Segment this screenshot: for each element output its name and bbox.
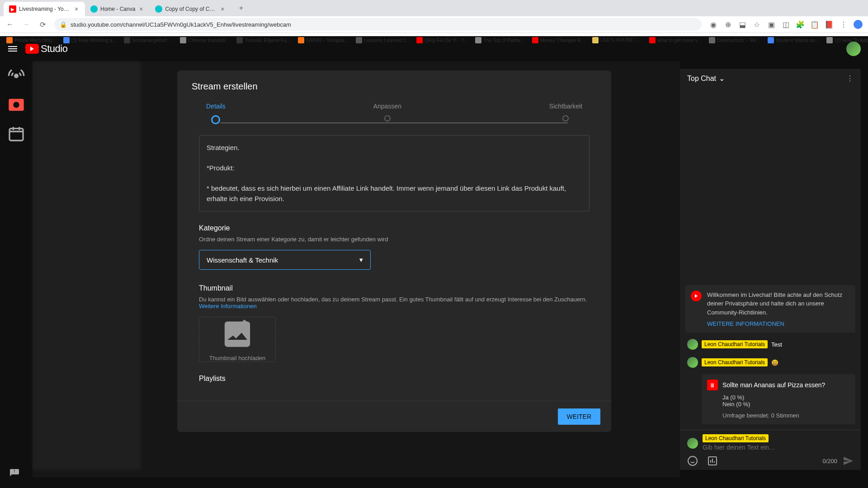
thumbnail-title: Thumbnail — [199, 284, 590, 292]
svg-point-4 — [688, 456, 697, 465]
address-bar: ← → ⟳ 🔒 studio.youtube.com/channel/UC1a5… — [0, 16, 868, 33]
svg-point-0 — [15, 75, 18, 78]
chat-mode-selector[interactable]: Top Chat ⌄ — [687, 74, 725, 83]
select-value: Wissenschaft & Technik — [207, 256, 278, 264]
chat-author[interactable]: Leon Chaudhari Tutorials — [702, 358, 768, 366]
url-input[interactable]: 🔒 studio.youtube.com/channel/UC1a5FWVn0g… — [54, 18, 702, 31]
close-icon[interactable]: × — [138, 6, 144, 12]
step-label: Anpassen — [373, 103, 401, 110]
create-stream-modal: Stream erstellen Details Anpassen — [177, 70, 611, 432]
char-count: 0/200 — [822, 458, 837, 465]
tab[interactable]: Copy of Copy of Copy of Cop × — [150, 2, 231, 16]
puzzle-icon[interactable]: 🧩 — [796, 20, 805, 29]
tab-bar: ▶ Livestreaming - YouTube S × Home - Can… — [0, 0, 868, 16]
self-avatar[interactable] — [687, 438, 698, 449]
welcome-text: Willkommen im Livechat! Bitte achte auf … — [707, 291, 850, 317]
next-button[interactable]: WEITER — [558, 408, 600, 425]
browser-chrome: ▶ Livestreaming - YouTube S × Home - Can… — [0, 0, 868, 36]
tab-title: Home - Canva — [100, 6, 135, 12]
step-details[interactable]: Details — [206, 103, 226, 124]
user-avatar[interactable] — [846, 42, 861, 56]
desc-line: * bedeutet, dass es sich hierbei um eine… — [207, 183, 582, 204]
chat-avatar[interactable] — [687, 357, 698, 368]
description-textarea[interactable]: Strategien. *Produkt: * bedeutet, dass e… — [199, 135, 590, 211]
poll-icon[interactable] — [707, 455, 718, 466]
more-info-link[interactable]: WEITERE INFORMATIONEN — [707, 320, 850, 327]
youtube-favicon: ▶ — [9, 5, 16, 13]
sidebar — [0, 61, 33, 477]
chat-input[interactable] — [703, 442, 782, 453]
youtube-icon — [25, 44, 39, 54]
youtube-studio-app: Studio ! Stream e — [0, 36, 868, 477]
zoom-icon[interactable]: ⊕ — [723, 20, 732, 29]
logo-text: Studio — [41, 43, 67, 55]
chat-menu-icon[interactable]: ⋮ — [846, 74, 854, 83]
extension-icon[interactable]: 📕 — [825, 20, 834, 29]
step-label: Details — [206, 103, 226, 110]
calendar-icon[interactable] — [7, 125, 25, 143]
close-icon[interactable]: × — [73, 6, 80, 12]
step-label: Sichtbarkeit — [549, 103, 582, 110]
poll-option: Ja (0 %) — [722, 394, 850, 401]
svg-rect-2 — [9, 128, 23, 141]
poll-message: ⫼ Sollte man Ananas auf Pizza essen? Ja … — [702, 374, 855, 424]
poll-question: Sollte man Ananas auf Pizza essen? — [722, 381, 825, 389]
tab-title: Livestreaming - YouTube S — [19, 6, 71, 12]
new-tab-button[interactable]: + — [235, 2, 247, 14]
thumbnail-subtitle: Du kannst ein Bild auswählen oder hochla… — [199, 296, 590, 310]
step-dot — [384, 115, 391, 122]
svg-point-1 — [13, 102, 19, 108]
profile-icon[interactable] — [854, 20, 863, 29]
category-title: Kategorie — [199, 224, 590, 232]
thumbnail-upload[interactable]: Thumbnail hochladen — [199, 317, 276, 362]
menu-icon[interactable]: ⋮ — [839, 20, 848, 29]
install-icon[interactable]: ⬓ — [738, 20, 747, 29]
close-icon[interactable]: × — [219, 6, 226, 12]
back-button[interactable]: ← — [5, 20, 14, 29]
chat-author[interactable]: Leon Chaudhari Tutorials — [702, 340, 768, 348]
youtube-studio-logo[interactable]: Studio — [25, 43, 67, 55]
category-subtitle: Ordne deinen Stream einer Kategorie zu, … — [199, 236, 590, 243]
stream-icon[interactable] — [7, 67, 25, 85]
chevron-down-icon: ⌄ — [719, 74, 725, 83]
reload-button[interactable]: ⟳ — [38, 20, 47, 29]
chat-emoji: 😃 — [771, 359, 778, 366]
tab-title: Copy of Copy of Copy of Cop — [165, 6, 217, 12]
step-visibility[interactable]: Sichtbarkeit — [549, 103, 582, 124]
chevron-down-icon: ▾ — [359, 256, 363, 264]
welcome-message: Willkommen im Livechat! Bitte achte auf … — [685, 285, 855, 333]
extension-icon[interactable]: ▣ — [767, 20, 776, 29]
chat-avatar[interactable] — [687, 339, 698, 350]
chat-input-area: Leon Chaudhari Tutorials — [680, 430, 861, 470]
modal-title: Stream erstellen — [192, 81, 597, 92]
chat-message: Leon Chaudhari Tutorials Test — [685, 338, 855, 351]
hamburger-menu[interactable] — [7, 43, 18, 54]
chat-text: Test — [771, 341, 782, 348]
youtube-icon — [691, 291, 702, 301]
step-customize[interactable]: Anpassen — [373, 103, 401, 124]
feedback-icon[interactable]: ! — [9, 468, 20, 481]
chat-message: Leon Chaudhari Tutorials 😃 — [685, 356, 855, 369]
more-info-link[interactable]: Weitere Informationen — [199, 303, 257, 310]
send-icon[interactable] — [843, 455, 854, 466]
emoji-icon[interactable] — [687, 455, 698, 466]
stream-preview-bg — [33, 61, 141, 470]
webcam-icon[interactable] — [7, 96, 25, 114]
category-select[interactable]: Wissenschaft & Technik ▾ — [199, 250, 371, 270]
chat-panel: Top Chat ⌄ ⋮ Willkommen im Livechat! Bit… — [680, 69, 861, 470]
image-upload-icon — [199, 317, 275, 351]
extension-icon[interactable]: 📋 — [810, 20, 819, 29]
upload-label: Thumbnail hochladen — [209, 355, 265, 361]
stepper: Details Anpassen Sichtbarkeit — [192, 103, 597, 124]
star-icon[interactable]: ☆ — [752, 20, 761, 29]
forward-button[interactable]: → — [22, 20, 31, 29]
tab-active[interactable]: ▶ Livestreaming - YouTube S × — [4, 2, 85, 16]
poll-icon: ⫼ — [707, 380, 718, 390]
extension-icon[interactable]: ◉ — [709, 20, 718, 29]
extension-icon[interactable]: ◫ — [781, 20, 790, 29]
canva-favicon — [90, 5, 98, 13]
tab[interactable]: Home - Canva × — [85, 2, 150, 16]
step-dot — [211, 115, 220, 124]
desc-line: *Produkt: — [207, 163, 582, 174]
svg-text:!: ! — [14, 469, 15, 474]
